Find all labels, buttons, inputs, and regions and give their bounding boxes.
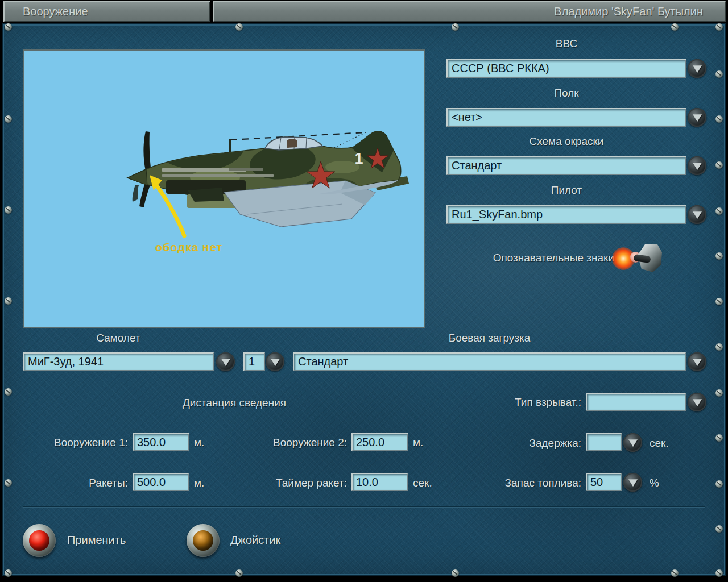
screw-icon xyxy=(5,23,12,31)
air-force-label: ВВС xyxy=(447,38,686,50)
armament-screen: Вооружение Владимир 'SkyFan' Бутылин xyxy=(0,0,728,582)
screw-icon xyxy=(715,569,723,577)
air-force-combo[interactable]: СССР (ВВС РККА) xyxy=(446,59,686,78)
rocket-timer-label: Таймер ракет: xyxy=(242,477,347,489)
convergence-title: Дистанция сведения xyxy=(136,397,332,409)
fuel-unit: % xyxy=(650,477,659,489)
fuel-label: Запас топлива: xyxy=(478,477,581,489)
tab-armament-label: Вооружение xyxy=(5,2,209,21)
paint-scheme-combo[interactable]: Стандарт xyxy=(446,156,686,175)
apply-button[interactable] xyxy=(23,524,56,557)
screw-icon xyxy=(5,479,12,487)
weapon2-label: Вооружение 2: xyxy=(242,436,347,449)
aircraft-preview-panel: 1 ободка нет xyxy=(23,49,425,328)
screw-icon xyxy=(715,115,723,123)
screw-icon xyxy=(715,298,723,305)
fuel-stepper-arrow-icon[interactable] xyxy=(623,473,642,492)
screw-icon xyxy=(235,569,243,577)
loadout-combo[interactable]: Стандарт xyxy=(293,352,686,371)
fuse-type-combo[interactable] xyxy=(586,393,686,411)
screw-icon xyxy=(5,206,12,214)
joystick-button-label: Джойстик xyxy=(230,534,280,547)
screw-icon xyxy=(715,207,723,215)
pilot-label: Пилот xyxy=(447,184,686,197)
screw-icon xyxy=(715,343,723,351)
delay-unit: сек. xyxy=(650,437,669,450)
rockets-label: Ракеты: xyxy=(23,477,128,489)
delay-input[interactable] xyxy=(586,433,622,451)
paint-scheme-dropdown-arrow-icon[interactable] xyxy=(688,156,706,175)
paint-scheme-label: Схема окраски xyxy=(447,135,686,148)
rockets-input[interactable] xyxy=(133,473,189,491)
air-force-dropdown-arrow-icon[interactable] xyxy=(688,59,706,78)
aircraft-combo[interactable]: МиГ-3уд, 1941 xyxy=(23,352,214,371)
footer-divider xyxy=(23,506,705,508)
delay-label: Задержка: xyxy=(478,437,581,450)
markings-toggle[interactable] xyxy=(612,243,662,273)
regiment-label: Полк xyxy=(447,87,686,99)
screw-icon xyxy=(715,480,723,488)
screw-icon xyxy=(5,569,12,577)
weapon2-unit: м. xyxy=(413,436,423,449)
aircraft-number-dropdown-arrow-icon[interactable] xyxy=(266,352,284,371)
screw-icon xyxy=(5,297,12,305)
player-name-bar: Владимир 'SkyFan' Бутылин xyxy=(213,1,726,22)
markings-label: Опознавательные знаки xyxy=(444,252,614,264)
screw-icon xyxy=(715,525,723,533)
weapon1-input[interactable] xyxy=(133,433,189,451)
screw-icon xyxy=(715,70,723,78)
tail-number: 1 xyxy=(354,150,363,167)
joystick-button[interactable] xyxy=(187,524,220,557)
weapon2-input[interactable] xyxy=(351,433,408,451)
screw-icon xyxy=(671,569,679,577)
rocket-timer-input[interactable] xyxy=(351,473,408,491)
screw-icon xyxy=(5,388,12,396)
screw-icon xyxy=(452,23,459,31)
screw-icon xyxy=(715,161,723,169)
screw-icon xyxy=(715,252,723,260)
joystick-lamp-icon xyxy=(193,530,213,551)
tab-armament[interactable]: Вооружение xyxy=(3,1,210,22)
fuel-input[interactable] xyxy=(586,473,622,491)
loadout-dropdown-arrow-icon[interactable] xyxy=(688,352,706,371)
delay-stepper-arrow-icon[interactable] xyxy=(623,433,642,452)
screw-icon xyxy=(671,23,679,31)
rockets-unit: м. xyxy=(194,477,204,489)
fuse-type-dropdown-arrow-icon[interactable] xyxy=(688,393,706,411)
weapon1-unit: м. xyxy=(194,436,204,449)
aircraft-preview-svg: 1 ободка нет xyxy=(24,51,424,327)
apply-lamp-icon xyxy=(29,530,49,551)
apply-button-label: Применить xyxy=(67,534,126,547)
screw-icon xyxy=(452,569,459,577)
pilot-combo[interactable]: Ru1_SkyFan.bmp xyxy=(446,205,686,224)
screw-icon xyxy=(715,389,723,397)
fuse-type-label: Тип взрыват.: xyxy=(489,396,581,409)
rocket-timer-unit: сек. xyxy=(413,477,432,489)
screw-icon xyxy=(5,115,12,123)
weapon1-label: Вооружение 1: xyxy=(23,436,128,449)
screw-icon xyxy=(715,434,723,442)
regiment-combo[interactable]: <нет> xyxy=(446,108,686,127)
screw-icon xyxy=(235,23,243,31)
aircraft-label: Самолет xyxy=(23,332,214,344)
screw-icon xyxy=(715,23,723,31)
pilot-dropdown-arrow-icon[interactable] xyxy=(688,205,706,224)
player-name: Владимир 'SkyFan' Бутылин xyxy=(214,2,725,21)
loadout-label: Боевая загрузка xyxy=(293,332,686,344)
annotation-text: ободка нет xyxy=(155,241,223,253)
regiment-dropdown-arrow-icon[interactable] xyxy=(688,108,706,127)
aircraft-number-combo[interactable]: 1 xyxy=(243,352,265,371)
aircraft-dropdown-arrow-icon[interactable] xyxy=(216,352,235,371)
